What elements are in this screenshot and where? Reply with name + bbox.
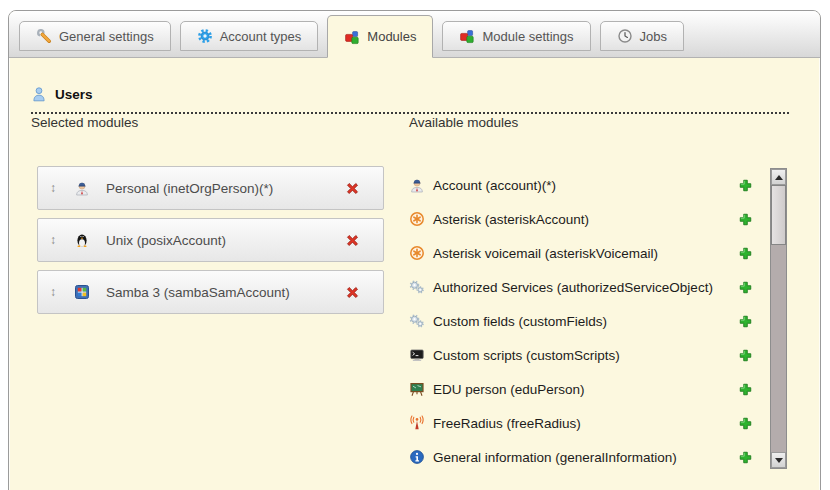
add-icon[interactable] xyxy=(738,280,753,295)
drag-handle-icon[interactable]: ↕ xyxy=(50,233,56,247)
tab-module-settings[interactable]: Module settings xyxy=(442,21,590,51)
available-module-name: Custom fields (customFields) xyxy=(433,314,607,329)
person-icon xyxy=(74,180,90,196)
delete-icon[interactable] xyxy=(344,284,361,301)
gears-icon xyxy=(409,279,425,295)
available-module-name: Account (account)(*) xyxy=(433,178,556,193)
available-module-row: Authorized Services (authorizedServiceOb… xyxy=(409,270,755,304)
info-icon xyxy=(409,449,425,465)
drag-handle-icon[interactable]: ↕ xyxy=(50,181,56,195)
selected-modules-label: Selected modules xyxy=(31,115,138,130)
add-icon[interactable] xyxy=(738,212,753,227)
tab-label: General settings xyxy=(59,29,154,44)
selected-modules-list: ↕ Personal (inetOrgPerson)(*) ↕ Unix (po… xyxy=(37,166,384,314)
delete-icon[interactable] xyxy=(344,232,361,249)
up-arrow-icon xyxy=(775,175,783,180)
modules-icon xyxy=(344,29,360,45)
add-icon[interactable] xyxy=(738,246,753,261)
available-modules-list: Account (account)(*) Asterisk (asteriskA… xyxy=(409,168,755,474)
tab-account-types[interactable]: Account types xyxy=(180,21,319,51)
tab-label: Jobs xyxy=(640,29,667,44)
wrench-icon xyxy=(36,28,52,44)
available-module-name: General information (generalInformation) xyxy=(433,450,677,465)
selected-module-row[interactable]: ↕ Unix (posixAccount) xyxy=(37,218,384,262)
tab-label: Module settings xyxy=(482,29,573,44)
down-arrow-icon xyxy=(775,458,783,463)
config-tabs-window: General settings Account types Modules M… xyxy=(8,10,821,490)
tab-general-settings[interactable]: General settings xyxy=(19,21,171,51)
add-icon[interactable] xyxy=(738,348,753,363)
scrollbar-down-button[interactable] xyxy=(771,452,786,468)
antenna-icon xyxy=(409,415,425,431)
add-icon[interactable] xyxy=(738,416,753,431)
windows-icon xyxy=(74,284,90,300)
board-icon xyxy=(409,381,425,397)
available-module-row: Asterisk (asteriskAccount) xyxy=(409,202,755,236)
available-module-name: Custom scripts (customScripts) xyxy=(433,348,620,363)
available-module-row: Asterisk voicemail (asteriskVoicemail) xyxy=(409,236,755,270)
selected-module-name: Samba 3 (sambaSamAccount) xyxy=(106,285,290,300)
scrollbar-thumb[interactable] xyxy=(771,185,786,245)
available-module-name: Authorized Services (authorizedServiceOb… xyxy=(433,280,713,295)
selected-module-row[interactable]: ↕ Samba 3 (sambaSamAccount) xyxy=(37,270,384,314)
available-module-row: Account (account)(*) xyxy=(409,168,755,202)
add-icon[interactable] xyxy=(738,382,753,397)
add-icon[interactable] xyxy=(738,314,753,329)
selected-module-row[interactable]: ↕ Personal (inetOrgPerson)(*) xyxy=(37,166,384,210)
user-icon xyxy=(31,86,47,102)
tab-label: Account types xyxy=(220,29,302,44)
scrollbar[interactable] xyxy=(770,168,787,469)
tab-modules[interactable]: Modules xyxy=(327,15,433,58)
available-module-name: Asterisk (asteriskAccount) xyxy=(433,212,589,227)
tab-jobs[interactable]: Jobs xyxy=(600,21,684,51)
add-icon[interactable] xyxy=(738,450,753,465)
available-module-name: FreeRadius (freeRadius) xyxy=(433,416,581,431)
clock-icon xyxy=(617,28,633,44)
available-module-row: FreeRadius (freeRadius) xyxy=(409,406,755,440)
asterisk-icon xyxy=(409,245,425,261)
selected-module-name: Unix (posixAccount) xyxy=(106,233,226,248)
delete-icon[interactable] xyxy=(344,180,361,197)
available-module-row: EDU person (eduPerson) xyxy=(409,372,755,406)
tux-icon xyxy=(74,232,90,248)
drag-handle-icon[interactable]: ↕ xyxy=(50,285,56,299)
scrollbar-track[interactable] xyxy=(771,185,786,452)
available-module-row: Custom scripts (customScripts) xyxy=(409,338,755,372)
tab-bar: General settings Account types Modules M… xyxy=(9,11,820,58)
add-icon[interactable] xyxy=(738,178,753,193)
selected-module-name: Personal (inetOrgPerson)(*) xyxy=(106,181,273,196)
tab-label: Modules xyxy=(367,29,416,44)
asterisk-icon xyxy=(409,211,425,227)
available-module-row: General information (generalInformation) xyxy=(409,440,755,474)
gear-icon xyxy=(197,28,213,44)
gears-icon xyxy=(409,313,425,329)
scrollbar-up-button[interactable] xyxy=(771,169,786,185)
available-module-row: Custom fields (customFields) xyxy=(409,304,755,338)
modules-icon xyxy=(459,28,475,44)
terminal-icon xyxy=(409,347,425,363)
person-icon xyxy=(409,177,425,193)
available-module-name: Asterisk voicemail (asteriskVoicemail) xyxy=(433,246,658,261)
available-module-name: EDU person (eduPerson) xyxy=(433,382,585,397)
section-header: Users xyxy=(31,86,789,114)
section-title: Users xyxy=(55,87,93,102)
available-modules-label: Available modules xyxy=(409,115,518,130)
